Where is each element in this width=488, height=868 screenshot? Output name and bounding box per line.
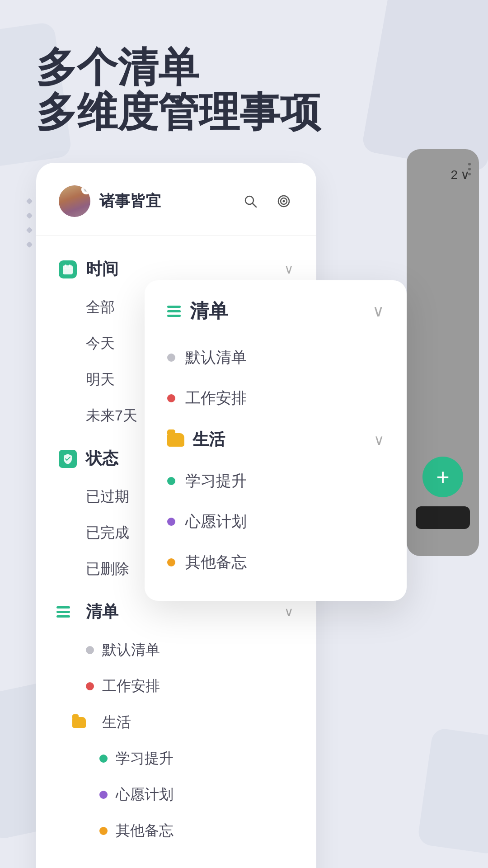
- time-chevron: ∨: [284, 262, 294, 277]
- status-icon: [59, 450, 77, 468]
- new-list-button[interactable]: + 新建清单: [36, 854, 316, 868]
- folder-life[interactable]: 生活: [59, 704, 294, 741]
- dropdown-dot-purple: [167, 518, 175, 526]
- svg-rect-6: [63, 265, 73, 274]
- dropdown-notes[interactable]: 其他备忘: [167, 542, 384, 583]
- dot-orange: [99, 827, 108, 835]
- dropdown-life-label: 生活: [192, 429, 366, 451]
- dropdown-default-label: 默认清单: [185, 347, 247, 368]
- app-header: 诸事皆宜: [36, 185, 316, 236]
- dropdown-study-label: 学习提升: [185, 471, 247, 491]
- dropdown-header[interactable]: 清单 ∨: [167, 298, 384, 324]
- phone-counter: 2 ∨: [450, 167, 470, 182]
- dropdown-folder-icon: [167, 433, 184, 447]
- header: 多个清单 多维度管理事项: [0, 0, 488, 162]
- list-notes[interactable]: 其他备忘: [59, 813, 294, 849]
- search-button[interactable]: [240, 191, 260, 211]
- dropdown-notes-label: 其他备忘: [185, 552, 247, 573]
- dropdown-title: 清单: [190, 298, 372, 324]
- svg-line-2: [253, 203, 256, 207]
- avatar[interactable]: [59, 185, 90, 217]
- dropdown-work-label: 工作安排: [185, 388, 247, 409]
- time-label: 时间: [86, 258, 284, 280]
- phone-more: [468, 163, 471, 175]
- list-label: 清单: [86, 601, 284, 623]
- dropdown-wish[interactable]: 心愿计划: [167, 501, 384, 542]
- dropdown-life-chevron: ∨: [374, 431, 384, 448]
- dropdown-list-icon: [167, 306, 181, 317]
- category-list: 清单 ∨ 默认清单 工作安排 生活: [59, 592, 294, 849]
- dropdown-life-group[interactable]: 生活 ∨: [167, 419, 384, 461]
- dropdown-wish-label: 心愿计划: [185, 511, 247, 532]
- list-default[interactable]: 默认清单: [59, 632, 294, 668]
- phone-mockup: 2 ∨ +: [407, 149, 479, 556]
- dropdown-chevron: ∨: [372, 302, 384, 321]
- list-lines-icon: [59, 603, 77, 621]
- dropdown-dot-red: [167, 394, 175, 402]
- dot-purple: [99, 791, 108, 799]
- header-icons: [240, 191, 294, 211]
- dropdown-card: 清单 ∨ 默认清单 工作安排 生活 ∨ 学习提升 心愿计划 其他备忘: [145, 280, 407, 601]
- avatar-badge: [81, 185, 90, 194]
- list-study[interactable]: 学习提升: [59, 741, 294, 777]
- svg-point-5: [283, 200, 285, 203]
- svg-rect-9: [63, 268, 73, 269]
- dot-gray: [86, 646, 94, 654]
- svg-rect-7: [65, 264, 66, 267]
- dropdown-dot-orange: [167, 558, 175, 566]
- svg-rect-8: [69, 264, 70, 267]
- header-title-line2: 多维度管理事项: [36, 90, 452, 135]
- phone-add-button[interactable]: +: [422, 457, 463, 497]
- target-icon: [276, 193, 291, 209]
- list-chevron: ∨: [284, 604, 294, 619]
- phone-bottom-bar: [416, 506, 470, 529]
- list-work[interactable]: 工作安排: [59, 668, 294, 704]
- dropdown-study[interactable]: 学习提升: [167, 461, 384, 501]
- dot-green: [99, 755, 108, 763]
- dropdown-dot-green: [167, 477, 175, 485]
- list-wish[interactable]: 心愿计划: [59, 777, 294, 813]
- folder-icon: [72, 717, 86, 728]
- dot-red: [86, 682, 94, 690]
- user-name: 诸事皆宜: [99, 191, 240, 212]
- header-title-line1: 多个清单: [36, 45, 452, 90]
- verified-icon: [83, 186, 89, 193]
- main-content: 诸事皆宜: [0, 163, 488, 868]
- phone-plus-icon: +: [436, 466, 449, 488]
- search-icon: [243, 193, 258, 209]
- dropdown-default[interactable]: 默认清单: [167, 337, 384, 378]
- dropdown-dot-gray: [167, 354, 175, 362]
- calendar-icon: [59, 260, 77, 278]
- dropdown-work[interactable]: 工作安排: [167, 378, 384, 419]
- target-button[interactable]: [274, 191, 294, 211]
- folder-life-label: 生活: [102, 712, 131, 732]
